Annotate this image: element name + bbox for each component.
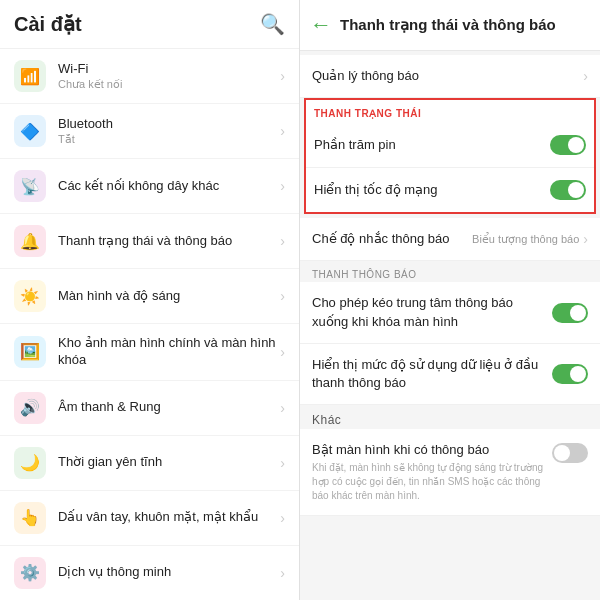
other-section-label: Khác — [300, 405, 600, 429]
smart-icon: ⚙️ — [14, 557, 46, 589]
notif-mode-label: Chế độ nhắc thông báo — [312, 230, 472, 248]
smart-chevron: › — [280, 565, 285, 581]
wake-screen-content: Bật màn hình khi có thông báo Khi đặt, m… — [312, 441, 552, 503]
pull-down-label: Cho phép kéo trung tâm thông báo xuống k… — [312, 294, 552, 330]
bluetooth-sublabel: Tắt — [58, 133, 276, 146]
notif-mode-item[interactable]: Chế độ nhắc thông báo Biểu tượng thông b… — [300, 218, 600, 261]
sidebar-item-wifi[interactable]: 📶 Wi-Fi Chưa kết nối › — [0, 49, 299, 104]
network-speed-item[interactable]: Hiển thị tốc độ mạng — [306, 168, 594, 212]
data-usage-label: Hiển thị mức độ sử dụng dữ liệu ở đầu th… — [312, 356, 552, 392]
battery-item[interactable]: Phần trăm pin — [306, 123, 594, 168]
bluetooth-chevron: › — [280, 123, 285, 139]
sidebar-item-wallpaper[interactable]: 🖼️ Kho ảnh màn hình chính và màn hình kh… — [0, 324, 299, 381]
wake-screen-desc: Khi đặt, màn hình sẽ không tự động sáng … — [312, 461, 552, 503]
sidebar-item-bluetooth[interactable]: 🔷 Bluetooth Tắt › — [0, 104, 299, 159]
sidebar-item-wireless[interactable]: 📡 Các kết nối không dây khác › — [0, 159, 299, 214]
wifi-label: Wi-Fi — [58, 61, 276, 78]
sound-icon: 🔊 — [14, 392, 46, 424]
bluetooth-label: Bluetooth — [58, 116, 276, 133]
smart-label: Dịch vụ thông minh — [58, 564, 276, 581]
fingerprint-label: Dấu vân tay, khuôn mặt, mật khẩu — [58, 509, 276, 526]
pull-down-item[interactable]: Cho phép kéo trung tâm thông báo xuống k… — [300, 282, 600, 343]
notif-bar-section-label: THANH THÔNG BÁO — [300, 261, 600, 282]
sound-chevron: › — [280, 400, 285, 416]
notif-mode-sublabel: Biểu tượng thông báo — [472, 233, 579, 246]
dnd-chevron: › — [280, 455, 285, 471]
data-usage-item[interactable]: Hiển thị mức độ sử dụng dữ liệu ở đầu th… — [300, 344, 600, 405]
bluetooth-icon: 🔷 — [14, 115, 46, 147]
sound-label: Âm thanh & Rung — [58, 399, 276, 416]
battery-label: Phần trăm pin — [314, 136, 550, 154]
sidebar-item-statusbar[interactable]: 🔔 Thanh trạng thái và thông báo › — [0, 214, 299, 269]
screen-label: Màn hình và độ sáng — [58, 288, 276, 305]
statusbar-label: Thanh trạng thái và thông báo — [58, 233, 276, 250]
network-speed-toggle[interactable] — [550, 180, 586, 200]
dnd-label: Thời gian yên tĩnh — [58, 454, 276, 471]
wireless-label: Các kết nối không dây khác — [58, 178, 276, 195]
sidebar-item-dnd[interactable]: 🌙 Thời gian yên tĩnh › — [0, 436, 299, 491]
pull-down-toggle[interactable] — [552, 303, 588, 323]
manage-notif-chevron: › — [583, 68, 588, 84]
notif-mode-chevron: › — [583, 231, 588, 247]
sidebar-item-fingerprint[interactable]: 👆 Dấu vân tay, khuôn mặt, mật khẩu › — [0, 491, 299, 546]
sidebar-item-sound[interactable]: 🔊 Âm thanh & Rung › — [0, 381, 299, 436]
search-icon[interactable]: 🔍 — [260, 12, 285, 36]
wifi-icon: 📶 — [14, 60, 46, 92]
network-speed-label: Hiển thị tốc độ mạng — [314, 181, 550, 199]
statusbar-icon: 🔔 — [14, 225, 46, 257]
wake-screen-item[interactable]: Bật màn hình khi có thông báo Khi đặt, m… — [300, 429, 600, 516]
right-title: Thanh trạng thái và thông báo — [340, 16, 590, 34]
wallpaper-label: Kho ảnh màn hình chính và màn hình khóa — [58, 335, 276, 369]
battery-toggle[interactable] — [550, 135, 586, 155]
fingerprint-icon: 👆 — [14, 502, 46, 534]
app-title: Cài đặt — [14, 12, 82, 36]
wallpaper-icon: 🖼️ — [14, 336, 46, 368]
screen-icon: ☀️ — [14, 280, 46, 312]
sidebar-item-screen[interactable]: ☀️ Màn hình và độ sáng › — [0, 269, 299, 324]
status-bar-section: THANH TRẠNG THÁI Phần trăm pin Hiển thị … — [304, 98, 596, 214]
right-panel: ← Thanh trạng thái và thông báo Quản lý … — [300, 0, 600, 600]
status-bar-section-label: THANH TRẠNG THÁI — [306, 100, 594, 123]
wake-screen-toggle[interactable] — [552, 443, 588, 463]
wifi-sublabel: Chưa kết nối — [58, 78, 276, 91]
back-icon[interactable]: ← — [310, 12, 332, 38]
fingerprint-chevron: › — [280, 510, 285, 526]
screen-chevron: › — [280, 288, 285, 304]
wallpaper-chevron: › — [280, 344, 285, 360]
wireless-icon: 📡 — [14, 170, 46, 202]
manage-notif-label: Quản lý thông báo — [312, 67, 583, 85]
wireless-chevron: › — [280, 178, 285, 194]
data-usage-toggle[interactable] — [552, 364, 588, 384]
left-header: Cài đặt 🔍 — [0, 0, 299, 49]
wake-screen-label: Bật màn hình khi có thông báo — [312, 441, 552, 459]
statusbar-chevron: › — [280, 233, 285, 249]
manage-notif-item[interactable]: Quản lý thông báo › — [300, 55, 600, 98]
wifi-chevron: › — [280, 68, 285, 84]
left-menu: 📶 Wi-Fi Chưa kết nối › 🔷 Bluetooth Tắt ›… — [0, 49, 299, 600]
left-panel: Cài đặt 🔍 📶 Wi-Fi Chưa kết nối › 🔷 Bluet… — [0, 0, 300, 600]
sidebar-item-smart[interactable]: ⚙️ Dịch vụ thông minh › — [0, 546, 299, 600]
right-header: ← Thanh trạng thái và thông báo — [300, 0, 600, 51]
dnd-icon: 🌙 — [14, 447, 46, 479]
